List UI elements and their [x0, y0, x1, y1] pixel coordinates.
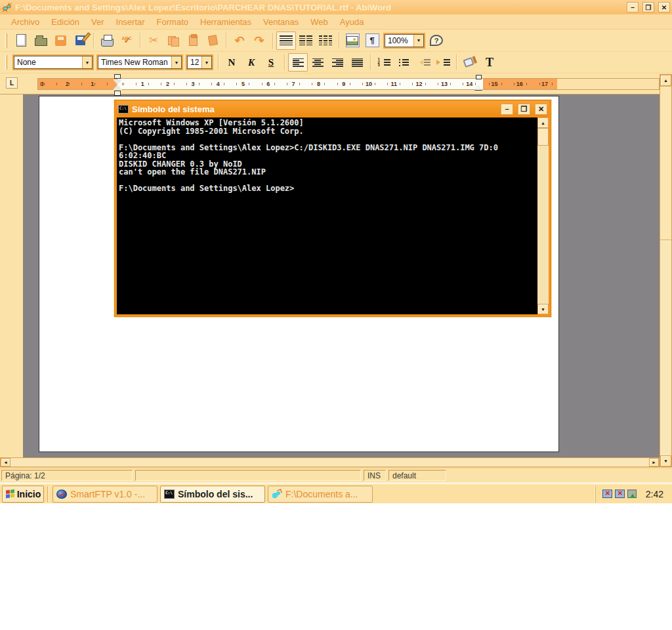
taskbar-button-smartftp[interactable]: SmartFTP v1.0 -... [52, 486, 158, 503]
right-indent-triangle[interactable] [474, 85, 482, 90]
smartftp-icon [56, 490, 67, 499]
desktop-screen: F:\Documents and Settings\Alex Lopez\Esc… [0, 0, 672, 630]
undo-button[interactable] [230, 32, 249, 50]
menu-item-web[interactable]: Web [304, 16, 334, 28]
bullet-list-button[interactable] [394, 53, 413, 72]
menu-item-herramientas[interactable]: Herramientas [194, 16, 257, 28]
toolbar-grip[interactable] [5, 55, 7, 70]
dropdown-arrow-icon[interactable] [201, 56, 211, 68]
close-button[interactable] [658, 2, 670, 12]
network-disconnected-icon[interactable] [602, 490, 612, 498]
decrease-indent-button[interactable] [413, 53, 433, 72]
console-close-button[interactable] [535, 104, 547, 115]
increase-indent-button[interactable] [433, 53, 453, 72]
console-scroll-up-button[interactable] [537, 117, 549, 128]
align-right-button[interactable] [327, 53, 347, 72]
italic-button[interactable]: K [242, 53, 261, 72]
numbered-list-button[interactable]: 123 [374, 53, 394, 72]
menu-item-ver[interactable]: Ver [85, 16, 110, 28]
save-button[interactable] [51, 32, 70, 50]
ruler-bar[interactable]: 3211234567891011121314151617 [37, 78, 660, 90]
dropdown-arrow-icon[interactable] [413, 35, 423, 47]
right-indent-marker[interactable] [476, 75, 482, 79]
background-color-button[interactable] [460, 53, 480, 72]
toolbar-separator [284, 54, 285, 70]
menu-item-archivo[interactable]: Archivo [5, 16, 45, 28]
vertical-scroll-thumb[interactable] [660, 86, 671, 240]
paste-button[interactable] [183, 32, 203, 50]
toolbar-separator [140, 33, 140, 49]
taskbar-button-abiword[interactable]: F:\Documents a... [268, 486, 373, 503]
start-button[interactable]: Inicio [2, 486, 44, 503]
console-scroll-track[interactable] [537, 146, 549, 304]
console-scrollbar[interactable] [537, 117, 549, 314]
align-left-button[interactable] [288, 53, 308, 72]
console-scroll-thumb[interactable] [537, 128, 549, 146]
dropdown-arrow-icon[interactable] [171, 56, 181, 68]
zoom-select[interactable]: 100% [385, 34, 424, 47]
font-select[interactable]: Times New Roman [98, 56, 182, 69]
taskbar-button-console[interactable]: Símbolo del sis... [160, 486, 265, 503]
toolbar-separator [93, 33, 94, 49]
underline-button[interactable]: S [261, 53, 281, 72]
one-column-button[interactable] [276, 32, 296, 50]
ruler[interactable]: L 3211234567891011121314151617 [0, 73, 672, 94]
align-center-button[interactable] [308, 53, 327, 72]
menu-item-ayuda[interactable]: Ayuda [334, 16, 370, 28]
font-size-select[interactable]: 12 [187, 56, 212, 69]
menu-item-edicion[interactable]: Edición [45, 16, 85, 28]
insert-mode-indicator[interactable]: INS [364, 470, 386, 481]
left-indent-marker[interactable] [114, 91, 121, 96]
three-columns-button[interactable] [316, 32, 335, 50]
justify-button[interactable] [347, 53, 367, 72]
style-select[interactable]: None [14, 56, 93, 69]
vertical-scroll-track[interactable] [660, 240, 671, 455]
help-button[interactable]: ? [427, 32, 446, 50]
ruler-number: 11 [390, 81, 398, 87]
text-color-button[interactable]: T [480, 53, 499, 72]
ruler-number: 5 [240, 81, 247, 87]
horizontal-scroll-track[interactable] [10, 458, 649, 467]
maximize-button[interactable] [642, 2, 654, 12]
console-scroll-down-button[interactable] [537, 304, 549, 314]
console-output[interactable]: Microsoft Windows XP [Versión 5.1.2600](… [119, 119, 536, 314]
spellcheck-button[interactable]: ABC✓ [117, 32, 136, 50]
tab-selector[interactable]: L [6, 77, 18, 89]
show-formatting-button[interactable]: ¶ [362, 32, 382, 50]
network-disconnected-icon[interactable] [615, 490, 625, 498]
open-button[interactable] [31, 32, 51, 50]
scroll-left-button[interactable] [1, 458, 10, 467]
scroll-right-button[interactable] [649, 458, 659, 467]
new-document-button[interactable] [11, 32, 31, 50]
cut-button[interactable] [144, 32, 163, 50]
console-title-bar[interactable]: C:\ Símbolo del sistema [117, 101, 549, 117]
copy-button[interactable] [163, 32, 183, 50]
removable-device-icon[interactable] [627, 490, 637, 498]
paint-bucket-icon [463, 57, 474, 68]
toolbar-separator [226, 33, 226, 49]
left-indent-triangle[interactable] [113, 85, 122, 90]
console-maximize-button[interactable] [518, 104, 530, 115]
console-minimize-button[interactable] [501, 104, 513, 115]
menu-item-insertar[interactable]: Insertar [110, 16, 151, 28]
menu-item-formato[interactable]: Formato [151, 16, 194, 28]
vertical-scrollbar[interactable] [660, 74, 672, 467]
save-as-button[interactable] [70, 32, 90, 50]
title-bar[interactable]: F:\Documents and Settings\Alex Lopez\Esc… [0, 0, 672, 14]
scroll-up-button[interactable] [660, 75, 671, 86]
scroll-down-button[interactable] [660, 455, 671, 467]
redo-button[interactable] [249, 32, 269, 50]
insert-image-button[interactable] [343, 32, 362, 50]
numbered-list-icon: 123 [378, 58, 390, 68]
two-columns-button[interactable] [296, 32, 316, 50]
horizontal-scrollbar[interactable] [0, 457, 660, 467]
toolbar-grip[interactable] [5, 33, 7, 48]
dropdown-arrow-icon[interactable] [82, 56, 92, 68]
bold-button[interactable]: N [222, 53, 242, 72]
menu-item-ventanas[interactable]: Ventanas [257, 16, 304, 28]
first-line-indent-marker[interactable] [114, 74, 121, 79]
first-line-indent-triangle[interactable] [113, 79, 122, 85]
minimize-button[interactable] [627, 2, 639, 12]
print-button[interactable] [97, 32, 117, 50]
format-painter-button[interactable] [203, 32, 222, 50]
